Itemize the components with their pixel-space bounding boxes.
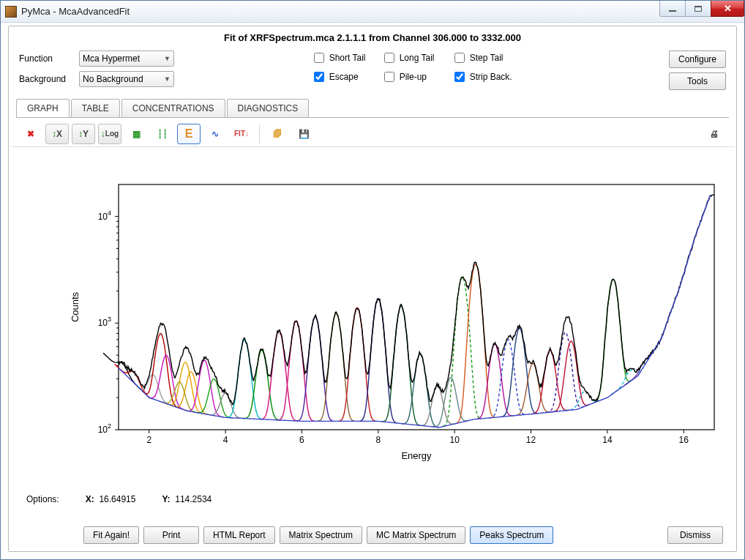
window-title: PyMca - McaAdvancedFit — [21, 6, 130, 17]
window-controls: ✕ — [660, 1, 744, 17]
tools-button[interactable]: Tools — [669, 72, 726, 90]
fit-again-button[interactable]: Fit Again! — [83, 526, 139, 544]
step-tail-check[interactable]: Step Tail — [452, 51, 519, 65]
svg-text:10: 10 — [449, 435, 460, 445]
background-combo[interactable]: No Background — [79, 71, 174, 87]
tab-diagnostics[interactable]: DIAGNOSTICS — [227, 99, 310, 117]
svg-text:16: 16 — [679, 435, 689, 445]
energy-axis-button[interactable]: E — [177, 124, 201, 144]
autoscale-x-button[interactable]: ↕X — [45, 124, 69, 144]
svg-text:103: 103 — [98, 316, 111, 328]
tab-table[interactable]: TABLE — [71, 99, 120, 117]
escape-check[interactable]: Escape — [311, 70, 378, 84]
autoscale-y-button[interactable]: ↕Y — [72, 124, 95, 144]
svg-text:2: 2 — [146, 435, 151, 445]
save-icon[interactable]: 💾 — [292, 124, 315, 144]
svg-text:6: 6 — [299, 435, 304, 445]
close-button[interactable]: ✕ — [711, 1, 744, 17]
top-controls: Function Mca Hypermet Background No Back… — [9, 51, 736, 94]
svg-text:8: 8 — [375, 435, 381, 445]
svg-rect-0 — [119, 184, 714, 430]
long-tail-check[interactable]: Long Tail — [381, 51, 449, 65]
app-window: PyMca - McaAdvancedFit ✕ Fit of XRFSpect… — [0, 0, 745, 560]
mc-matrix-spectrum-button[interactable]: MC Matrix Spectrum — [367, 526, 465, 544]
grid-icon[interactable]: ▦ — [124, 124, 148, 144]
peak-markers-icon[interactable]: ┆┆ — [151, 124, 174, 144]
tab-concentrations[interactable]: CONCENTRATIONS — [121, 99, 225, 117]
print-button[interactable]: Print — [143, 526, 199, 544]
print-icon[interactable]: 🖨 — [703, 124, 726, 144]
tab-graph[interactable]: GRAPH — [16, 99, 70, 117]
svg-text:104: 104 — [98, 209, 111, 222]
matrix-spectrum-button[interactable]: Matrix Spectrum — [280, 526, 362, 544]
delete-icon[interactable]: ✖ — [19, 124, 42, 144]
svg-text:Energy: Energy — [401, 450, 432, 461]
status-bar: Options: X: 16.64915 Y: 114.2534 — [26, 494, 211, 504]
function-combo[interactable]: Mca Hypermet — [79, 51, 174, 67]
graph-toolbar: ✖ ↕X ↕Y ↓Log ▦ ┆┆ E ∿ FIT↓ 🗐 💾 🖨 — [10, 118, 735, 147]
dismiss-button[interactable]: Dismiss — [667, 526, 723, 544]
svg-text:4: 4 — [223, 435, 228, 445]
pileup-check[interactable]: Pile-up — [381, 70, 449, 84]
titlebar: PyMca - McaAdvancedFit ✕ — [1, 1, 744, 23]
log-scale-button[interactable]: ↓Log — [98, 124, 121, 144]
spectrum-plot[interactable]: 246810121416102103104EnergyCounts — [16, 177, 729, 465]
svg-text:12: 12 — [526, 435, 536, 445]
fit-display-icon[interactable]: FIT↓ — [230, 124, 253, 144]
main-panel: Fit of XRFSpectrum.mca 2.1.1.1 from Chan… — [8, 26, 737, 552]
copy-icon[interactable]: 🗐 — [266, 124, 289, 144]
plot-area[interactable]: 246810121416102103104EnergyCounts — [16, 177, 729, 465]
svg-text:102: 102 — [98, 422, 111, 435]
configure-button[interactable]: Configure — [669, 51, 726, 68]
action-buttons: Fit Again! Print HTML Report Matrix Spec… — [9, 526, 736, 544]
background-label: Background — [19, 74, 79, 84]
peaks-spectrum-button[interactable]: Peaks Spectrum — [470, 526, 553, 544]
strip-back-check[interactable]: Strip Back. — [452, 70, 519, 84]
fit-options: Short Tail Long Tail Step Tail Escape Pi… — [252, 51, 519, 84]
short-tail-check[interactable]: Short Tail — [311, 51, 378, 65]
html-report-button[interactable]: HTML Report — [203, 526, 275, 544]
fit-title: Fit of XRFSpectrum.mca 2.1.1.1 from Chan… — [9, 26, 736, 51]
function-label: Function — [19, 53, 79, 64]
app-icon — [5, 6, 17, 18]
tab-bar: GRAPH TABLE CONCENTRATIONS DIAGNOSTICS — [9, 94, 736, 117]
maximize-button[interactable] — [685, 1, 711, 17]
minimize-button[interactable] — [659, 1, 686, 17]
svg-text:14: 14 — [602, 435, 613, 445]
subtract-bg-icon[interactable]: ∿ — [203, 124, 227, 144]
svg-text:Counts: Counts — [70, 291, 81, 322]
